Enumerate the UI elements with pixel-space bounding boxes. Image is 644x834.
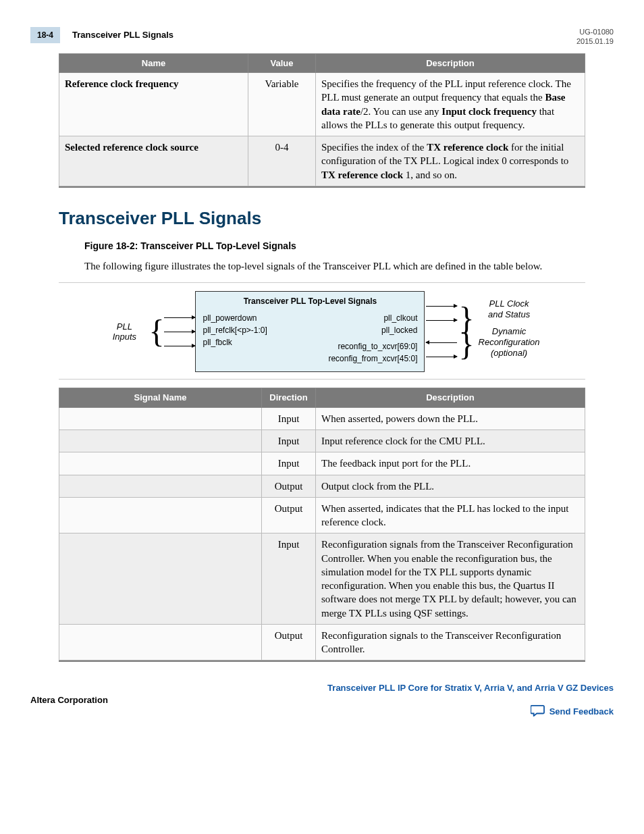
- diagram-block: Transceiver PLL Top-Level Signals pll_po…: [195, 291, 425, 372]
- page-footer: Altera Corporation Transceiver PLL IP Co…: [30, 681, 614, 720]
- section-title: Transceiver PLL Signals: [59, 207, 614, 230]
- table2-header-desc: Description: [316, 388, 585, 408]
- brace-right-bottom-icon: }: [458, 332, 474, 357]
- doc-meta: UG-01080 2015.01.19: [576, 27, 614, 47]
- signal-name: [59, 624, 262, 660]
- breadcrumb: Transceiver PLL Signals: [72, 29, 173, 41]
- signal-direction: Input: [262, 533, 316, 625]
- send-feedback-link[interactable]: Send Feedback: [549, 706, 614, 718]
- signal-name: [59, 497, 262, 533]
- arrows-out: [426, 301, 457, 362]
- footer-company: Altera Corporation: [30, 694, 108, 706]
- signal-desc: Input reference clock for the CMU PLL.: [316, 430, 585, 452]
- setting-name: Reference clock frequency: [59, 73, 248, 136]
- signal-direction: Output: [262, 497, 316, 533]
- signal-name: [59, 407, 262, 429]
- table2-header-signal: Signal Name: [59, 388, 262, 408]
- setting-value: Variable: [248, 73, 316, 136]
- signal-desc: When asserted, powers down the PLL.: [316, 407, 585, 429]
- signal-name: [59, 430, 262, 452]
- doc-id: UG-01080: [576, 27, 614, 36]
- signal-desc: The feedback input port for the PLL.: [316, 452, 585, 475]
- table-row: Output Output clock from the PLL.: [59, 475, 585, 497]
- table-row: Input Reconfiguration signals from the T…: [59, 533, 585, 625]
- signal-direction: Output: [262, 624, 316, 660]
- diagram-right-ports: pll_clkout pll_locked reconfig_to_xcvr[6…: [328, 312, 417, 365]
- doc-date: 2015.01.19: [576, 36, 614, 46]
- footer-doc-link[interactable]: Transceiver PLL IP Core for Stratix V, A…: [327, 683, 614, 693]
- table-row: Input When asserted, powers down the PLL…: [59, 407, 585, 429]
- table-row: Output Reconfiguration signals to the Tr…: [59, 624, 585, 660]
- setting-desc: Specifies the index of the TX reference …: [316, 136, 585, 186]
- diagram-right-label-top: PLL Clock and Status: [479, 298, 540, 319]
- diagram-left-ports: pll_powerdown pll_refclk[<p>-1:0] pll_fb…: [203, 312, 267, 365]
- page-header: 18-4 Transceiver PLL Signals UG-01080 20…: [30, 27, 614, 47]
- diagram-left-label: PLL Inputs: [104, 321, 144, 342]
- signal-desc: When asserted, indicates that the PLL ha…: [316, 497, 585, 533]
- brace-left-icon: {: [149, 319, 164, 344]
- signal-name: [59, 475, 262, 497]
- arrows-in: [164, 313, 195, 351]
- table1-header-value: Value: [248, 53, 316, 73]
- feedback-icon[interactable]: [531, 704, 545, 720]
- table-row: Selected reference clock source 0-4 Spec…: [59, 136, 585, 186]
- signal-desc: Reconfiguration signals to the Transceiv…: [316, 624, 585, 660]
- divider: [59, 282, 585, 283]
- diagram-right-label-bottom: Dynamic Reconfiguration (optional): [479, 326, 540, 358]
- signal-desc: Reconfiguration signals from the Transce…: [316, 533, 585, 625]
- signal-direction: Input: [262, 407, 316, 429]
- table-divider: [59, 186, 585, 188]
- table-row: Input The feedback input port for the PL…: [59, 452, 585, 475]
- table-row: Output When asserted, indicates that the…: [59, 497, 585, 533]
- table-row: Input Input reference clock for the CMU …: [59, 430, 585, 452]
- table1-header-name: Name: [59, 53, 248, 73]
- setting-desc: Specifies the frequency of the PLL input…: [316, 73, 585, 136]
- pll-settings-table: Name Value Description Reference clock f…: [59, 53, 585, 186]
- signal-direction: Input: [262, 430, 316, 452]
- setting-name: Selected reference clock source: [59, 136, 248, 186]
- signals-table: Signal Name Direction Description Input …: [59, 388, 585, 660]
- signal-name: [59, 452, 262, 475]
- divider: [59, 379, 585, 380]
- setting-value: 0-4: [248, 136, 316, 186]
- figure-caption: Figure 18-2: Transceiver PLL Top-Level S…: [84, 240, 614, 253]
- table-divider: [59, 660, 585, 662]
- signal-diagram: PLL Inputs { Transceiver PLL Top-Level S…: [59, 291, 585, 372]
- signal-direction: Input: [262, 452, 316, 475]
- table2-header-direction: Direction: [262, 388, 316, 408]
- intro-paragraph: The following figure illustrates the top…: [84, 259, 573, 273]
- diagram-block-title: Transceiver PLL Top-Level Signals: [203, 296, 417, 307]
- page-number-tab: 18-4: [30, 27, 60, 43]
- signal-direction: Output: [262, 475, 316, 497]
- signal-desc: Output clock from the PLL.: [316, 475, 585, 497]
- table1-header-desc: Description: [316, 53, 585, 73]
- table-row: Reference clock frequency Variable Speci…: [59, 73, 585, 136]
- signal-name: [59, 533, 262, 625]
